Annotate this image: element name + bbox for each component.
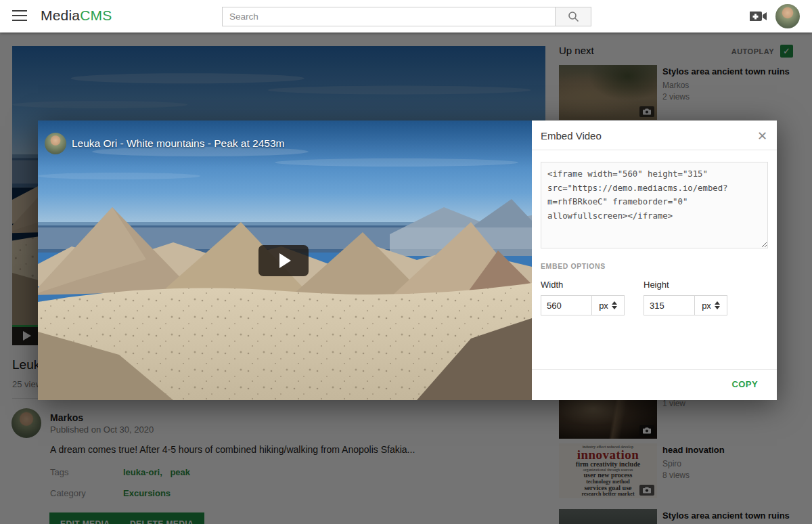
search-icon <box>568 11 579 22</box>
play-button[interactable] <box>258 245 309 276</box>
embed-options-panel: Embed Video ✕ <iframe width="560" height… <box>532 121 777 400</box>
stepper-icon <box>612 301 617 309</box>
user-avatar[interactable] <box>775 4 800 28</box>
modal-title: Embed Video <box>541 130 602 141</box>
play-icon <box>279 253 291 268</box>
width-unit-select[interactable]: px <box>592 295 625 315</box>
unit-label: px <box>599 301 608 311</box>
preview-video-title[interactable]: Leuka Ori - White mountains - Peak at 24… <box>72 137 284 150</box>
logo[interactable]: MediaCMS <box>41 7 112 24</box>
embed-video-modal: Leuka Ori - White mountains - Peak at 24… <box>38 121 777 400</box>
preview-channel-avatar[interactable] <box>45 133 66 154</box>
search-button[interactable] <box>555 7 591 26</box>
logo-cms: CMS <box>80 7 112 23</box>
app-header: MediaCMS <box>0 0 812 32</box>
copy-button[interactable]: COPY <box>732 379 758 389</box>
embed-code-textarea[interactable]: <iframe width="560" height="315" src="ht… <box>541 162 768 248</box>
logo-media: Media <box>41 7 80 23</box>
height-label: Height <box>644 280 727 290</box>
height-input[interactable] <box>644 295 695 315</box>
stepper-icon <box>715 301 720 309</box>
close-icon[interactable]: ✕ <box>757 129 767 144</box>
width-label: Width <box>541 280 625 290</box>
upload-video-icon[interactable] <box>750 9 767 23</box>
width-input[interactable] <box>541 295 592 315</box>
search-input[interactable] <box>222 7 555 26</box>
unit-label: px <box>702 301 711 311</box>
embed-preview-player[interactable]: Leuka Ori - White mountains - Peak at 24… <box>38 121 532 400</box>
embed-options-label: EMBED OPTIONS <box>541 262 768 270</box>
menu-icon[interactable] <box>12 10 27 22</box>
height-unit-select[interactable]: px <box>695 295 727 315</box>
